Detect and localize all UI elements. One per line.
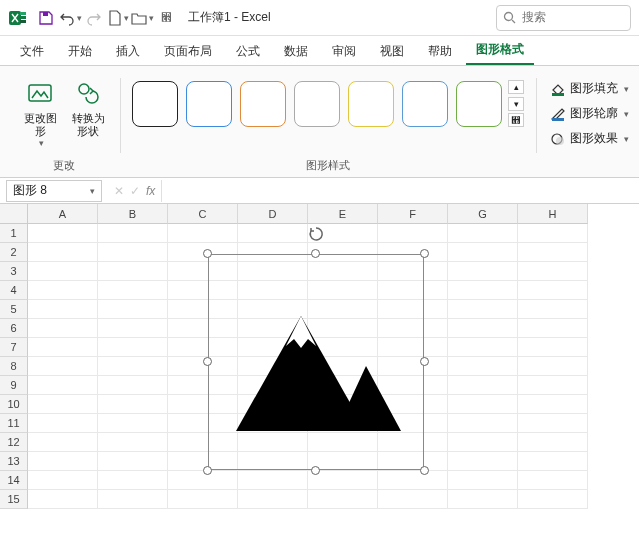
shape-fill-button[interactable]: 图形填充 ▾ [546, 78, 633, 99]
cell[interactable] [98, 281, 168, 300]
cell[interactable] [518, 300, 588, 319]
redo-button[interactable] [82, 6, 106, 30]
cell[interactable] [448, 433, 518, 452]
shape-style-5[interactable] [348, 81, 394, 127]
new-file-button[interactable]: ▾ [106, 6, 130, 30]
shape-effects-button[interactable]: 图形效果 ▾ [546, 128, 633, 149]
cell[interactable] [518, 357, 588, 376]
cell[interactable] [28, 338, 98, 357]
row-header[interactable]: 2 [0, 243, 28, 262]
cancel-formula-icon[interactable]: ✕ [114, 184, 124, 198]
cell[interactable] [28, 376, 98, 395]
convert-to-shape-button[interactable]: 转换为形状 [66, 76, 110, 140]
column-header[interactable]: H [518, 204, 588, 224]
cell[interactable] [448, 338, 518, 357]
row-header[interactable]: 8 [0, 357, 28, 376]
cell[interactable] [168, 490, 238, 509]
cell[interactable] [168, 224, 238, 243]
cell[interactable] [518, 414, 588, 433]
rotate-handle[interactable] [308, 226, 324, 242]
cell[interactable] [98, 490, 168, 509]
gallery-scroll-down[interactable]: ▾ [508, 97, 524, 111]
resize-handle-tl[interactable] [203, 249, 212, 258]
column-header[interactable]: D [238, 204, 308, 224]
row-header[interactable]: 13 [0, 452, 28, 471]
cell[interactable] [98, 319, 168, 338]
cell[interactable] [378, 224, 448, 243]
gallery-more-button[interactable]: ⵫ [508, 113, 524, 127]
cell[interactable] [238, 490, 308, 509]
tab-开始[interactable]: 开始 [58, 37, 102, 65]
row-header[interactable]: 15 [0, 490, 28, 509]
cell[interactable] [28, 281, 98, 300]
tab-数据[interactable]: 数据 [274, 37, 318, 65]
cell[interactable] [518, 433, 588, 452]
shape-style-3[interactable] [240, 81, 286, 127]
cell[interactable] [238, 471, 308, 490]
resize-handle-br[interactable] [420, 466, 429, 475]
cell[interactable] [518, 262, 588, 281]
column-header[interactable]: E [308, 204, 378, 224]
row-header[interactable]: 11 [0, 414, 28, 433]
column-header[interactable]: F [378, 204, 448, 224]
tab-视图[interactable]: 视图 [370, 37, 414, 65]
row-header[interactable]: 5 [0, 300, 28, 319]
cell[interactable] [28, 471, 98, 490]
row-header[interactable]: 1 [0, 224, 28, 243]
cell[interactable] [518, 224, 588, 243]
cell[interactable] [28, 414, 98, 433]
resize-handle-mr[interactable] [420, 357, 429, 366]
formula-bar-input[interactable] [161, 180, 639, 202]
shape-style-2[interactable] [186, 81, 232, 127]
cell[interactable] [98, 414, 168, 433]
open-file-button[interactable]: ▾ [130, 6, 154, 30]
cell[interactable] [98, 262, 168, 281]
cell[interactable] [28, 433, 98, 452]
row-header[interactable]: 12 [0, 433, 28, 452]
shape-style-1[interactable] [132, 81, 178, 127]
column-header[interactable]: B [98, 204, 168, 224]
cell[interactable] [518, 243, 588, 262]
cell[interactable] [28, 319, 98, 338]
tab-文件[interactable]: 文件 [10, 37, 54, 65]
resize-handle-tr[interactable] [420, 249, 429, 258]
tab-图形格式[interactable]: 图形格式 [466, 35, 534, 65]
shape-style-4[interactable] [294, 81, 340, 127]
cell[interactable] [448, 490, 518, 509]
resize-handle-bl[interactable] [203, 466, 212, 475]
cell[interactable] [378, 471, 448, 490]
cell[interactable] [518, 376, 588, 395]
cell[interactable] [448, 376, 518, 395]
column-header[interactable]: G [448, 204, 518, 224]
tab-页面布局[interactable]: 页面布局 [154, 37, 222, 65]
cell[interactable] [28, 395, 98, 414]
select-all-corner[interactable] [0, 204, 28, 224]
cell[interactable] [98, 357, 168, 376]
cell[interactable] [448, 471, 518, 490]
cell[interactable] [518, 319, 588, 338]
search-input[interactable]: 搜索 [496, 5, 631, 31]
qat-customize-button[interactable]: ⵫ [154, 6, 178, 30]
cell[interactable] [238, 224, 308, 243]
cell[interactable] [98, 243, 168, 262]
cell[interactable] [308, 490, 378, 509]
cell[interactable] [28, 357, 98, 376]
cell[interactable] [518, 471, 588, 490]
cell[interactable] [98, 471, 168, 490]
row-header[interactable]: 6 [0, 319, 28, 338]
cell[interactable] [378, 490, 448, 509]
cell[interactable] [98, 452, 168, 471]
change-graphic-button[interactable]: 更改图形 ▾ [18, 76, 62, 151]
cell[interactable] [448, 262, 518, 281]
tab-公式[interactable]: 公式 [226, 37, 270, 65]
cell[interactable] [28, 243, 98, 262]
shape-style-7[interactable] [456, 81, 502, 127]
cell[interactable] [98, 300, 168, 319]
cell[interactable] [28, 224, 98, 243]
cell[interactable] [448, 224, 518, 243]
tab-审阅[interactable]: 审阅 [322, 37, 366, 65]
save-button[interactable] [34, 6, 58, 30]
cell[interactable] [448, 243, 518, 262]
resize-handle-tm[interactable] [311, 249, 320, 258]
cell[interactable] [448, 452, 518, 471]
